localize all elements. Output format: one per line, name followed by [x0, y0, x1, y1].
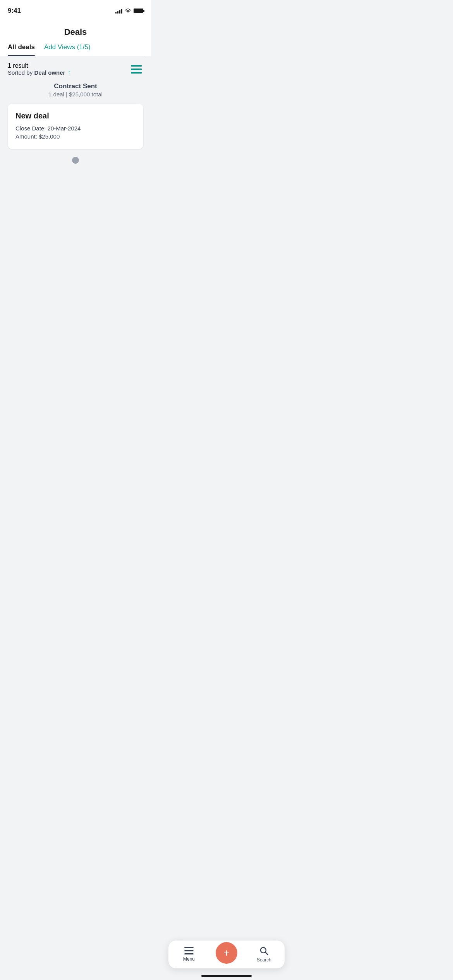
stage-name: Contract Sent — [8, 82, 143, 90]
results-info: 1 result Sorted by Deal owner ↑ — [8, 62, 71, 76]
stage-header: Contract Sent 1 deal | $25,000 total — [8, 82, 143, 98]
tabs: All deals Add Views (1/5) — [8, 43, 143, 56]
deal-amount: Amount: $25,000 — [15, 133, 136, 140]
svg-rect-1 — [131, 69, 142, 70]
results-row: 1 result Sorted by Deal owner ↑ — [8, 62, 143, 76]
stage-summary: 1 deal | $25,000 total — [8, 91, 143, 98]
page-title: Deals — [8, 24, 143, 43]
sort-arrow-icon: ↑ — [68, 69, 71, 76]
sort-info: Sorted by Deal owner ↑ — [8, 69, 71, 76]
deal-name: New deal — [15, 111, 136, 120]
results-count: 1 result — [8, 62, 71, 69]
wifi-icon — [125, 8, 131, 14]
deal-card[interactable]: New deal Close Date: 20-Mar-2024 Amount:… — [8, 104, 143, 149]
status-icons — [115, 8, 143, 14]
svg-rect-2 — [131, 72, 142, 74]
content-area: 1 result Sorted by Deal owner ↑ Contract… — [0, 56, 151, 175]
svg-rect-0 — [131, 65, 142, 67]
list-view-button[interactable] — [129, 62, 143, 76]
main-content: 1 result Sorted by Deal owner ↑ Contract… — [0, 56, 151, 221]
tab-add-views[interactable]: Add Views (1/5) — [44, 43, 91, 56]
status-bar: 9:41 — [0, 0, 151, 19]
header: Deals All deals Add Views (1/5) — [0, 19, 151, 56]
signal-icon — [115, 8, 122, 14]
scroll-indicator — [72, 157, 79, 164]
battery-icon — [134, 9, 143, 13]
status-time: 9:41 — [8, 7, 21, 15]
tab-all-deals[interactable]: All deals — [8, 43, 35, 56]
deal-close-date: Close Date: 20-Mar-2024 — [15, 125, 136, 132]
